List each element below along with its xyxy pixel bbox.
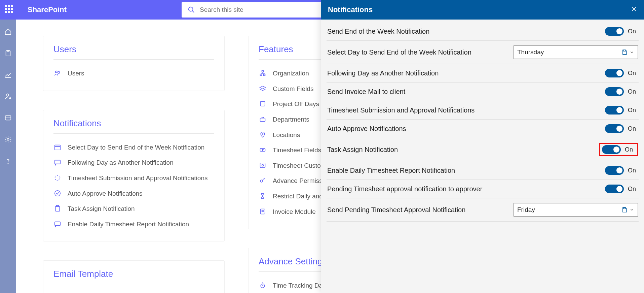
select-day-dropdown[interactable]: Thursday [514,45,638,59]
panel-row-send-pending: Send Pending Timesheet Approval Notifica… [327,198,639,222]
notifications-panel: Notifications Send End of the Week Notif… [321,0,644,293]
email-template-item[interactable]: Email Template [53,290,214,293]
left-rail [0,20,16,293]
rail-layout-icon[interactable] [4,114,12,122]
notif-item[interactable]: Following Day as Another Notification [53,155,214,170]
svg-point-11 [58,71,60,73]
notif-item[interactable]: Select Day to Send End of the Week Notif… [53,140,214,155]
save-icon [621,207,628,213]
key-icon [259,176,267,185]
toggle-end-week[interactable] [605,27,624,36]
invoice-icon [259,207,267,216]
toggle-invoice-mail[interactable] [605,87,624,96]
panel-row-following-day: Following Day as Another Notification On [327,64,639,83]
rail-help-icon[interactable] [4,157,12,165]
svg-point-31 [262,133,263,134]
customize-icon [259,161,267,169]
panel-row-invoice-mail: Send Invoice Mail to client On [327,83,639,101]
panel-row-ts-submission: Timesheet Submission and Approval Notifi… [327,101,639,120]
svg-rect-14 [55,160,61,164]
svg-rect-21 [262,71,264,72]
send-pending-dropdown[interactable]: Friday [514,203,638,217]
chevron-down-icon [630,207,634,212]
panel-row-daily-report: Enable Daily Timesheet Report Notificati… [327,161,639,180]
svg-rect-22 [260,74,262,75]
clipboard-icon [53,204,62,213]
notif-item[interactable]: Timesheet Submission and Approval Notifi… [53,170,214,186]
svg-marker-28 [260,86,266,89]
search-icon [188,6,195,13]
rail-home-icon[interactable] [4,28,12,36]
svg-line-1 [192,11,194,13]
panel-header: Notifications [321,0,644,20]
users-card-title: Users [53,44,214,60]
rail-user-settings-icon[interactable] [4,92,12,100]
users-card: Users Users [43,36,225,91]
svg-point-0 [189,7,193,11]
square-icon [259,100,267,108]
rail-gear-icon[interactable] [4,135,12,143]
briefcase-icon [259,115,267,123]
chevron-down-icon [630,50,634,55]
svg-point-36 [260,180,263,183]
chat-icon [53,220,62,228]
email-template-card: Email Template Email Template [43,260,225,293]
panel-row-auto-approve: Auto Approve Notifications On [327,120,639,138]
users-item[interactable]: Users [53,66,214,81]
hourglass-icon [259,192,267,200]
layers-icon [259,85,267,93]
panel-row-end-week: Send End of the Week Notification On [327,22,639,41]
svg-point-16 [55,190,61,196]
refresh-icon [53,174,62,182]
users-label: Users [68,69,84,78]
rail-chart-icon[interactable] [4,71,12,79]
stopwatch-icon [259,281,267,289]
brand-label: SharePoint [28,5,67,14]
app-launcher-icon[interactable] [5,5,14,14]
task-assign-highlight: On [599,143,638,156]
location-icon [259,131,267,139]
users-icon [53,69,62,77]
panel-title: Notifications [328,5,373,14]
text-field-icon: T [259,146,267,154]
svg-rect-34 [260,163,265,167]
svg-point-9 [8,163,8,164]
notifications-card: Notifications Select Day to Send End of … [43,110,225,242]
panel-row-task-assign: Task Assign Notification On [327,138,639,161]
panel-row-select-day: Select Day to Send End of the Week Notif… [327,41,639,64]
close-icon[interactable] [631,6,637,14]
calendar-icon [53,143,62,151]
svg-rect-12 [55,145,61,150]
toggle-auto-approve[interactable] [605,124,624,133]
org-icon [259,69,267,77]
svg-point-10 [55,71,58,73]
notifications-card-title: Notifications [53,118,214,134]
svg-point-8 [7,138,9,140]
email-template-title: Email Template [53,269,214,284]
toggle-ts-submission[interactable] [605,106,624,115]
toggle-task-assign[interactable] [602,145,621,154]
toggle-following-day[interactable] [605,69,624,77]
toggle-daily-report[interactable] [605,166,624,175]
toggle-pending-approver[interactable] [605,185,624,193]
svg-rect-46 [623,50,626,51]
svg-rect-23 [264,74,265,75]
svg-point-15 [55,175,60,181]
rail-clipboard-icon[interactable] [4,49,12,57]
svg-rect-19 [55,222,61,225]
svg-rect-30 [260,118,265,122]
svg-point-35 [262,164,264,166]
notif-item[interactable]: Task Assign Notification [53,201,214,217]
notif-item[interactable]: Auto Approve Notifications [53,186,214,201]
svg-point-5 [9,97,11,99]
check-icon [53,189,62,197]
panel-row-pending-approver: Pending Timesheet approval notification … [327,180,639,198]
svg-rect-47 [623,207,626,209]
svg-point-4 [6,94,9,96]
save-icon [621,49,628,55]
svg-text:T: T [262,149,264,152]
svg-rect-29 [260,102,265,106]
notif-item[interactable]: Enable Daily Timesheet Report Notificati… [53,217,214,232]
chat-icon [53,158,62,166]
